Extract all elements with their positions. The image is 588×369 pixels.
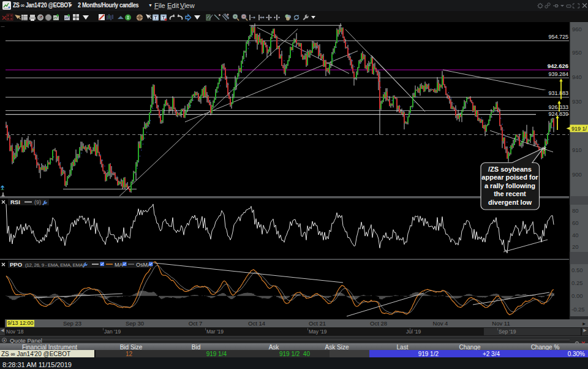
svg-text:the recent: the recent <box>494 190 526 197</box>
svg-text:divergent low: divergent low <box>488 199 532 206</box>
svg-text:940: 940 <box>572 74 582 80</box>
svg-text:954.725: 954.725 <box>548 34 568 40</box>
svg-text:910: 910 <box>572 146 582 153</box>
svg-text:942.626: 942.626 <box>548 63 568 69</box>
svg-text:926.333: 926.333 <box>548 104 568 110</box>
svg-text:/ZS soybeans: /ZS soybeans <box>488 165 532 173</box>
svg-text:80: 80 <box>572 207 579 214</box>
svg-text:0.25: 0.25 <box>571 280 583 286</box>
svg-text:(9): (9) <box>34 199 41 205</box>
svg-text:-0.25: -0.25 <box>571 306 585 313</box>
svg-text:appear poised for: appear poised for <box>481 173 538 181</box>
svg-text:939.284: 939.284 <box>548 71 568 77</box>
svg-text:MA: MA <box>115 262 123 268</box>
svg-text:60: 60 <box>572 219 579 226</box>
svg-text:950: 950 <box>572 49 582 56</box>
svg-text:960: 960 <box>572 26 582 32</box>
svg-text:0.00: 0.00 <box>571 292 583 299</box>
svg-text:20: 20 <box>572 243 579 250</box>
svg-text:(12, 26, 9 - EMA, EMA, EMA): (12, 26, 9 - EMA, EMA, EMA) <box>25 262 85 268</box>
svg-text:RSI: RSI <box>10 199 20 205</box>
svg-text:924.839: 924.839 <box>548 111 568 117</box>
svg-text:930: 930 <box>572 98 582 105</box>
svg-text:40: 40 <box>572 232 579 238</box>
svg-text:a rally following: a rally following <box>484 182 535 189</box>
svg-text:900: 900 <box>572 171 582 178</box>
svg-text:PPO: PPO <box>10 261 22 268</box>
svg-text:0.50: 0.50 <box>571 267 583 273</box>
svg-text:931.883: 931.883 <box>548 90 568 96</box>
svg-text:919 1/: 919 1/ <box>571 126 587 132</box>
